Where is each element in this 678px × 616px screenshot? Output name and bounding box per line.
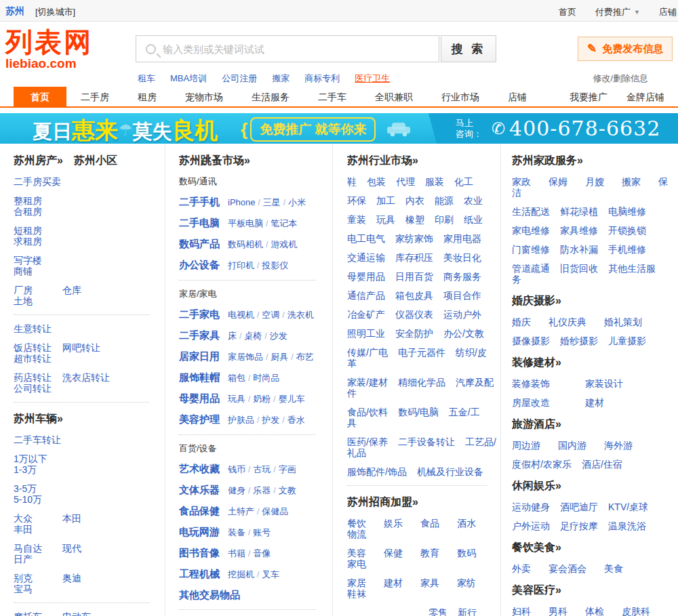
category-link[interactable]: 1万以下 <box>14 453 87 464</box>
category-link[interactable]: 防水补漏 <box>560 244 598 255</box>
category-link[interactable]: 机械及行业设备 <box>417 466 483 477</box>
category-link[interactable]: 保姆 <box>549 176 567 187</box>
section-header-link[interactable]: 苏州行业市场» <box>347 155 418 166</box>
category-sub-link[interactable]: 平板电脑 <box>228 218 263 228</box>
nav-item[interactable]: 店铺 <box>494 87 541 108</box>
category-link[interactable]: 生活配送 <box>512 206 550 217</box>
topbar-link[interactable]: 首页 <box>559 6 576 18</box>
category-link[interactable]: 二手房买卖 <box>14 176 87 187</box>
category-link[interactable]: 安全防护 <box>395 328 433 339</box>
category-sub-link[interactable]: 装备 <box>228 527 245 537</box>
category-sub-link[interactable]: 家居饰品 <box>228 352 263 362</box>
category-link[interactable]: 国内游 <box>558 440 586 451</box>
category-link[interactable]: 库存积压 <box>395 252 433 263</box>
category-link[interactable]: 礼仪庆典 <box>549 316 586 327</box>
category-sub-link[interactable]: 钱币 <box>228 464 245 474</box>
category-link[interactable]: 家具 <box>420 577 439 588</box>
category-sub-link[interactable]: 玩具 <box>228 394 245 404</box>
category-main-link[interactable]: 办公设备 <box>179 259 220 270</box>
category-link[interactable]: 传媒/广电 <box>347 347 388 358</box>
category-link[interactable]: 交通运输 <box>347 252 385 263</box>
category-link[interactable]: 建材 <box>585 397 658 408</box>
category-sub-link[interactable]: 叉车 <box>262 569 279 579</box>
category-sub-link[interactable]: 箱包 <box>228 373 245 383</box>
category-link[interactable]: 橡塑 <box>405 214 424 225</box>
quick-link[interactable]: 搬家 <box>272 73 290 83</box>
category-link[interactable]: 能源 <box>435 195 454 206</box>
category-link[interactable]: 娱乐 <box>384 518 403 529</box>
category-link[interactable]: 物流 <box>347 529 366 539</box>
section-header-link[interactable]: 苏州招商加盟» <box>347 496 418 508</box>
category-link[interactable]: 儿童摄影 <box>608 335 646 346</box>
category-link[interactable]: 电子元器件 <box>398 347 445 358</box>
category-link[interactable]: 宴会酒会 <box>549 563 586 574</box>
category-main-link[interactable]: 文体乐器 <box>179 484 220 495</box>
category-sub-link[interactable]: 数码相机 <box>228 239 263 249</box>
category-link[interactable]: 新行 <box>458 607 477 616</box>
category-link[interactable]: 化工 <box>454 176 473 187</box>
category-link[interactable]: 家政 <box>512 176 531 187</box>
promo-banner[interactable]: 夏日惠来☂莫失良机 { 免费推广 就等你来 马上 咨询： ✆ 400-678-6… <box>0 113 678 144</box>
category-link[interactable]: 商铺 <box>14 266 87 276</box>
category-link[interactable]: 运动户外 <box>443 309 481 320</box>
category-link[interactable]: 家居 <box>347 577 366 588</box>
category-link[interactable]: 数码/电脑 <box>398 407 439 417</box>
category-link[interactable]: 日产 <box>14 554 62 564</box>
category-link[interactable]: 仓库 <box>62 285 111 295</box>
category-main-link[interactable]: 二手电脑 <box>179 217 220 228</box>
category-main-link[interactable]: 数码产品 <box>179 238 220 249</box>
nav-item[interactable]: 二手车 <box>304 87 361 108</box>
category-link[interactable]: 家纺家饰 <box>395 233 433 244</box>
nav-item[interactable]: 租房 <box>123 87 171 108</box>
switch-city-link[interactable]: [切换城市] <box>35 6 75 18</box>
section-header-link[interactable]: 婚庆摄影» <box>512 295 561 306</box>
category-link[interactable]: 求租房 <box>14 236 87 247</box>
category-link[interactable]: 家具维修 <box>560 225 598 236</box>
category-link[interactable]: 加工 <box>376 195 395 206</box>
category-link[interactable]: 土地 <box>14 295 62 306</box>
section-header-link[interactable]: 美容医疗» <box>512 584 561 596</box>
category-sub-link[interactable]: 土特产 <box>228 506 254 516</box>
category-sub-link[interactable]: 小米 <box>288 197 306 207</box>
category-link[interactable]: 酒吧迪厅 <box>560 501 598 512</box>
category-sub-link[interactable]: 笔记本 <box>271 218 297 228</box>
category-link[interactable]: 户外运动 <box>512 520 550 531</box>
category-main-link[interactable]: 二手手机 <box>179 196 220 207</box>
category-main-link[interactable]: 母婴用品 <box>179 392 220 404</box>
category-sub-link[interactable]: 健身 <box>228 485 245 495</box>
category-sub-link[interactable]: 文教 <box>279 485 296 495</box>
category-sub-link[interactable]: 挖掘机 <box>228 569 254 579</box>
category-link[interactable]: 别克 <box>14 573 62 583</box>
category-main-link[interactable]: 服饰鞋帽 <box>179 371 220 383</box>
nav-item[interactable]: 金牌店铺 <box>617 87 674 108</box>
category-link[interactable]: 外卖 <box>512 563 531 574</box>
category-link[interactable]: 妇科 <box>512 606 531 616</box>
post-listing-button[interactable]: ✎ 免费发布信息 <box>578 37 673 61</box>
category-link[interactable]: 公司转让 <box>14 383 62 394</box>
category-link[interactable]: 日用百货 <box>395 271 433 282</box>
category-link[interactable]: 包装 <box>367 176 386 187</box>
category-link[interactable]: 通信产品 <box>347 290 385 301</box>
category-sub-link[interactable]: iPhone <box>228 197 255 207</box>
category-link[interactable]: 内衣 <box>405 195 424 206</box>
nav-item[interactable]: 首页 <box>14 87 66 108</box>
category-link[interactable]: 宝马 <box>14 583 62 594</box>
section-header-link[interactable]: 苏州车辆» <box>14 413 63 424</box>
category-link[interactable]: 婚纱摄影 <box>560 335 598 346</box>
category-sub-link[interactable]: 投影仪 <box>262 260 288 270</box>
category-link[interactable]: 服装 <box>425 176 444 187</box>
category-main-link[interactable]: 食品保健 <box>179 505 220 516</box>
category-link[interactable]: 冶金矿产 <box>347 309 385 320</box>
quick-link[interactable]: 公司注册 <box>222 73 257 83</box>
category-link[interactable]: 写字楼 <box>14 255 87 266</box>
category-sub-link[interactable]: 游戏机 <box>271 239 297 249</box>
category-link[interactable]: 母婴用品 <box>347 271 385 282</box>
category-link[interactable]: 农业 <box>464 195 483 206</box>
category-link[interactable]: 药店转让 <box>14 372 62 383</box>
category-link[interactable]: 美食 <box>604 563 623 574</box>
category-link[interactable]: 家纺 <box>457 577 476 588</box>
category-link[interactable]: 房屋改造 <box>512 397 585 408</box>
category-link[interactable]: 洗衣店转让 <box>62 372 111 383</box>
category-main-link[interactable]: 图书音像 <box>179 547 220 558</box>
section-header-extra-link[interactable]: 苏州小区 <box>74 155 117 166</box>
